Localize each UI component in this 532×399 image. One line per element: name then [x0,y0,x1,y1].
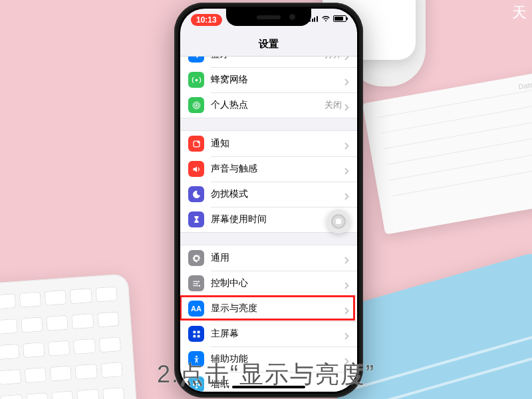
settings-row-AA[interactable]: AA显示与亮度 [180,296,357,321]
row-label: 墙纸 [211,378,344,390]
svg-rect-11 [193,334,196,337]
row-label: 显示与亮度 [211,303,344,315]
notify-icon [188,136,204,152]
notepad-date: Date. [518,80,532,90]
home-indicator[interactable] [232,386,305,388]
svg-point-17 [192,383,194,385]
svg-point-16 [195,386,197,388]
settings-row-notify[interactable]: 通知 [180,131,357,156]
svg-rect-12 [197,334,200,337]
row-label: 蜂窝网络 [211,74,344,86]
row-value: 关闭 [325,99,342,111]
row-label: 屏幕使用时间 [211,213,344,225]
grid-icon [188,326,204,342]
iphone-frame: 10:13 设置 蓝牙打开蜂窝网络个人热点关闭通知声音与触感勿扰模式屏幕使用时间… [174,3,363,398]
row-label: 声音与触感 [211,163,344,175]
bluetooth-icon [188,57,204,63]
cellular-icon [188,72,204,88]
svg-point-0 [195,78,198,81]
chevron-right-icon [344,255,349,262]
chevron-right-icon [344,381,349,388]
settings-row-grid[interactable]: 主屏幕 [180,321,357,346]
chevron-right-icon [344,356,349,363]
row-value: 打开 [325,57,342,61]
settings-row-moon[interactable]: 勿扰模式 [180,182,357,207]
row-label: 个人热点 [211,99,325,111]
chevron-right-icon [344,166,349,173]
hotspot-icon [188,97,204,113]
settings-row-access[interactable]: 辅助功能 [180,346,357,372]
row-label: 通用 [211,252,344,264]
navbar-title: 设置 [180,34,357,57]
row-label: 勿扰模式 [211,188,344,200]
desk-keyboard-prop [0,273,138,399]
sliders-icon [188,275,204,291]
svg-point-14 [196,384,198,386]
iphone-screen: 10:13 设置 蓝牙打开蜂窝网络个人热点关闭通知声音与触感勿扰模式屏幕使用时间… [180,9,357,392]
chevron-right-icon [344,191,349,198]
moon-icon [188,186,204,202]
svg-point-13 [196,355,198,357]
settings-row-gear[interactable]: 通用 [180,245,357,271]
hourglass-icon [188,211,204,227]
row-label: 控制中心 [211,277,344,289]
chevron-right-icon [344,140,349,148]
svg-point-6 [198,281,200,283]
settings-row-cellular[interactable]: 蜂窝网络 [180,67,357,92]
svg-point-18 [198,383,200,385]
svg-point-5 [197,140,200,143]
settings-row-sliders[interactable]: 控制中心 [180,271,357,296]
row-label: 通知 [211,138,344,150]
chevron-right-icon [344,102,349,109]
flower-icon [188,376,204,392]
row-label: 主屏幕 [211,328,344,340]
svg-point-15 [195,380,197,382]
AA-icon: AA [188,301,204,317]
gear-icon [188,250,204,266]
svg-rect-9 [193,331,196,333]
access-icon [188,351,204,367]
settings-row-bluetooth[interactable]: 蓝牙打开 [180,57,357,67]
wifi-icon [321,15,331,22]
desk-notepad-prop: Date. [362,71,532,235]
assistive-touch-button[interactable] [327,209,350,233]
sound-icon [188,161,204,177]
chevron-right-icon [344,305,349,313]
chevron-right-icon [344,76,349,84]
battery-icon [333,15,346,22]
row-label: 蓝牙 [211,57,325,61]
row-label: 辅助功能 [211,353,344,365]
settings-row-hotspot[interactable]: 个人热点关闭 [180,92,357,118]
svg-point-1 [195,104,197,106]
svg-rect-10 [197,331,200,333]
chevron-right-icon [344,57,349,59]
watermark-text: 天 [512,3,527,23]
notch [226,9,311,26]
chevron-right-icon [344,331,349,338]
settings-group: 蓝牙打开蜂窝网络个人热点关闭 [180,57,357,118]
status-time-recording[interactable]: 10:13 [191,14,222,26]
svg-point-8 [198,285,200,287]
settings-row-sound[interactable]: 声音与触感 [180,156,357,182]
settings-row-flower[interactable]: 墙纸 [180,372,357,392]
settings-group: 通用控制中心AA显示与亮度主屏幕辅助功能墙纸Siri与搜索面容ID与密码SOSS… [180,245,357,392]
chevron-right-icon [344,280,349,287]
svg-point-7 [196,283,198,285]
